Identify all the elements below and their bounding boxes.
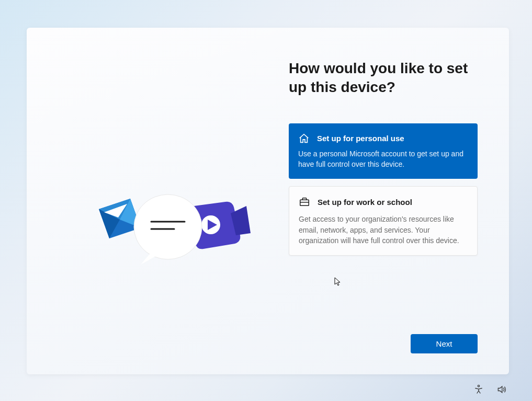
svg-rect-5 (300, 200, 309, 206)
option-personal-use[interactable]: Set up for personal use Use a personal M… (289, 123, 478, 179)
home-icon (298, 133, 310, 144)
accessibility-icon[interactable] (473, 384, 484, 395)
svg-point-2 (134, 194, 202, 259)
option-work-school[interactable]: Set up for work or school Get access to … (289, 186, 478, 256)
briefcase-icon (299, 196, 310, 208)
svg-point-7 (478, 385, 479, 387)
option-work-header: Set up for work or school (299, 196, 468, 208)
page-heading: How would you like to set up this device… (289, 59, 478, 97)
option-work-title: Set up for work or school (318, 198, 412, 207)
footer: Next (289, 334, 478, 353)
setup-card: How would you like to set up this device… (27, 28, 509, 374)
option-personal-header: Set up for personal use (298, 133, 468, 144)
volume-icon[interactable] (496, 384, 507, 395)
option-personal-title: Set up for personal use (317, 134, 404, 143)
chat-icon (134, 194, 202, 265)
option-personal-description: Use a personal Microsoft account to get … (298, 148, 468, 170)
content-pane: How would you like to set up this device… (268, 28, 509, 374)
option-work-description: Get access to your organization's resour… (299, 214, 468, 246)
setup-illustration (89, 177, 257, 271)
illustration-pane (27, 28, 268, 374)
next-button[interactable]: Next (411, 334, 478, 353)
system-tray (473, 384, 507, 395)
